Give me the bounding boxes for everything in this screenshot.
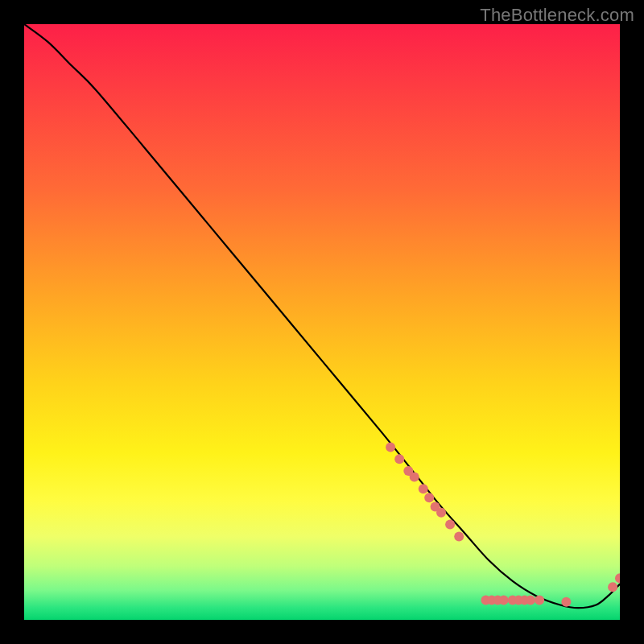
data-marker bbox=[499, 596, 509, 605]
data-marker bbox=[454, 531, 464, 541]
data-marker bbox=[445, 520, 455, 530]
data-marker bbox=[535, 596, 544, 605]
data-marker bbox=[424, 493, 434, 502]
data-marker bbox=[561, 597, 571, 607]
data-marker bbox=[526, 596, 535, 605]
chart-svg bbox=[24, 24, 620, 620]
data-markers bbox=[386, 442, 620, 606]
data-marker bbox=[436, 508, 446, 518]
data-marker bbox=[419, 484, 428, 493]
data-marker bbox=[615, 573, 620, 583]
curve-line bbox=[24, 24, 620, 608]
data-marker bbox=[394, 454, 404, 464]
data-marker bbox=[386, 442, 395, 452]
plot-area bbox=[24, 24, 620, 620]
chart-container: TheBottleneck.com bbox=[0, 0, 644, 644]
watermark-text: TheBottleneck.com bbox=[480, 5, 634, 26]
data-marker bbox=[608, 582, 617, 592]
data-marker bbox=[410, 472, 419, 481]
